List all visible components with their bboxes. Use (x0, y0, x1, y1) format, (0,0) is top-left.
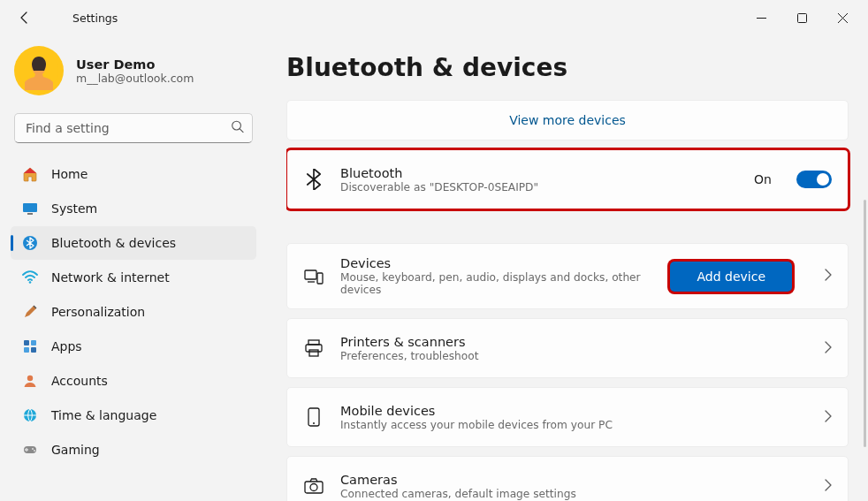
mobile-devices-card[interactable]: Mobile devices Instantly access your mob… (286, 387, 849, 447)
svg-point-15 (34, 450, 35, 452)
back-arrow-line (34, 5, 58, 30)
close-button[interactable] (822, 0, 863, 35)
svg-rect-0 (797, 13, 806, 22)
chevron-right-icon (824, 409, 832, 426)
svg-rect-7 (24, 340, 29, 345)
sidebar-item-system[interactable]: System (11, 192, 256, 225)
bluetooth-state-label: On (754, 172, 772, 186)
svg-point-14 (32, 448, 34, 450)
page-title: Bluetooth & devices (286, 53, 849, 82)
sidebar: User Demo m__lab@outlook.com Home System… (0, 35, 265, 501)
accounts-icon (21, 372, 39, 390)
sidebar-item-bluetooth-devices[interactable]: Bluetooth & devices (11, 226, 256, 260)
bluetooth-glyph-icon (303, 169, 324, 190)
gaming-icon (21, 441, 39, 459)
nav-label: Personalization (51, 305, 145, 319)
svg-rect-10 (31, 347, 36, 353)
bluetooth-sub: Discoverable as "DESKTOP-0SEAIPD" (340, 181, 738, 194)
svg-point-22 (313, 422, 315, 424)
paintbrush-icon (21, 303, 39, 321)
chevron-right-icon (824, 268, 832, 285)
printer-icon (303, 338, 324, 359)
cameras-card[interactable]: Cameras Connected cameras, default image… (286, 456, 849, 501)
add-device-button[interactable]: Add device (670, 262, 792, 292)
nav-label: Bluetooth & devices (51, 236, 176, 250)
nav-label: Home (51, 167, 88, 181)
nav-label: Gaming (51, 443, 100, 457)
home-icon (21, 165, 39, 183)
user-name: User Demo (76, 57, 194, 72)
globe-icon (21, 406, 39, 424)
wifi-icon (21, 269, 39, 286)
devices-sub: Mouse, keyboard, pen, audio, displays an… (340, 271, 654, 296)
avatar (14, 46, 64, 95)
nav-label: Accounts (51, 374, 108, 388)
svg-rect-20 (309, 350, 318, 356)
printers-card[interactable]: Printers & scanners Preferences, trouble… (286, 318, 849, 378)
system-icon (21, 200, 39, 217)
apps-icon (21, 338, 39, 355)
maximize-button[interactable] (781, 0, 822, 35)
minimize-button[interactable] (741, 0, 781, 35)
chevron-right-icon (824, 340, 832, 357)
svg-rect-18 (308, 340, 319, 345)
svg-point-6 (29, 281, 32, 284)
sidebar-item-time-language[interactable]: Time & language (11, 399, 256, 432)
view-more-label: View more devices (509, 113, 626, 127)
window-title: Settings (72, 11, 118, 25)
bluetooth-card: Bluetooth Discoverable as "DESKTOP-0SEAI… (286, 149, 849, 209)
nav-label: Network & internet (51, 270, 170, 285)
bluetooth-toggle[interactable] (796, 171, 832, 188)
camera-icon (303, 475, 324, 497)
printers-label: Printers & scanners (340, 335, 808, 349)
devices-label: Devices (340, 256, 654, 270)
nav-label: System (51, 201, 97, 216)
nav-label: Time & language (51, 408, 156, 422)
svg-rect-17 (317, 273, 323, 284)
user-email: m__lab@outlook.com (76, 72, 194, 85)
cameras-sub: Connected cameras, default image setting… (340, 488, 808, 500)
nav-label: Apps (51, 339, 82, 353)
sidebar-item-personalization[interactable]: Personalization (11, 295, 256, 329)
sidebar-item-apps[interactable]: Apps (11, 330, 256, 363)
view-more-devices-link[interactable]: View more devices (286, 100, 849, 140)
cameras-label: Cameras (340, 473, 808, 487)
sidebar-item-gaming[interactable]: Gaming (11, 433, 256, 467)
svg-rect-4 (27, 213, 33, 215)
svg-rect-8 (31, 340, 36, 345)
sidebar-item-network[interactable]: Network & internet (11, 261, 256, 294)
search-box (14, 113, 253, 143)
titlebar: Settings (0, 0, 868, 35)
bluetooth-label: Bluetooth (340, 166, 738, 180)
mobile-icon (303, 406, 324, 428)
profile-block[interactable]: User Demo m__lab@outlook.com (11, 42, 256, 108)
sidebar-item-accounts[interactable]: Accounts (11, 364, 256, 398)
search-icon (231, 120, 244, 137)
mobile-label: Mobile devices (340, 404, 808, 418)
svg-rect-19 (306, 345, 322, 352)
main-content: Bluetooth & devices View more devices Bl… (265, 35, 868, 501)
scrollbar[interactable] (863, 200, 866, 494)
chevron-right-icon (824, 478, 832, 495)
svg-point-24 (310, 484, 317, 491)
devices-card[interactable]: Devices Mouse, keyboard, pen, audio, dis… (286, 243, 849, 309)
mobile-sub: Instantly access your mobile devices fro… (340, 419, 808, 431)
devices-icon (303, 266, 324, 287)
svg-rect-3 (23, 203, 37, 212)
svg-point-11 (27, 376, 33, 381)
printers-sub: Preferences, troubleshoot (340, 350, 808, 362)
svg-rect-9 (24, 347, 29, 353)
sidebar-item-home[interactable]: Home (11, 157, 256, 191)
bluetooth-icon (21, 234, 39, 252)
svg-rect-16 (305, 270, 316, 279)
search-input[interactable] (14, 113, 253, 143)
nav-list: Home System Bluetooth & devices Network … (11, 157, 256, 467)
